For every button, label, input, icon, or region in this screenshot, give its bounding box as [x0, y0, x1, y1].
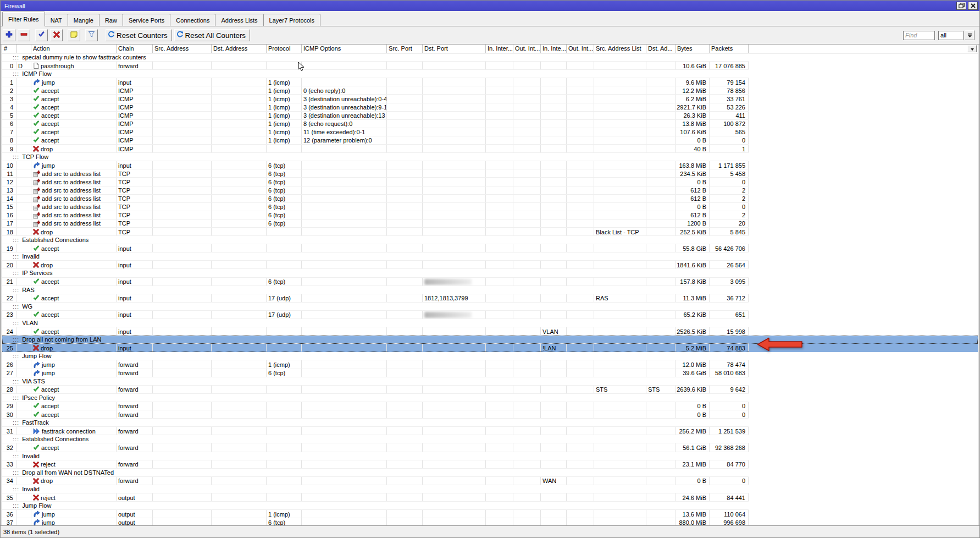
rule-row[interactable]: 20dropinput1841.6 KiB26 564 — [2, 261, 978, 269]
rule-row[interactable]: 14add src to address listTCP6 (tcp)612 B… — [2, 195, 978, 203]
column-header-src[interactable]: Src. Address — [153, 45, 212, 53]
column-header-inlist[interactable]: In. Inte... — [541, 45, 567, 53]
comment-row[interactable]: :::Established Connections — [2, 236, 978, 244]
rule-row[interactable]: 36jumpoutput1 (icmp)13.6 MiB110 064 — [2, 510, 978, 518]
rule-row[interactable]: 6acceptICMP1 (icmp)8 (echo request):013.… — [2, 120, 978, 128]
remove-rule-button[interactable] — [18, 29, 30, 41]
comment-button[interactable] — [68, 29, 80, 41]
rule-row[interactable]: 5acceptICMP1 (icmp)3 (destination unreac… — [2, 112, 978, 120]
reset-counters-button[interactable]: Reset Counters — [106, 29, 172, 41]
rule-row[interactable]: 25dropinput!LAN5.2 MiB74 883 — [2, 344, 978, 352]
rule-row[interactable]: 18dropTCPBlack List - TCP252.5 KiB5 845 — [2, 228, 978, 236]
rule-row[interactable]: 23acceptinput17 (udp)65.2 KiB651 — [2, 311, 978, 319]
rule-row[interactable]: 21acceptinput6 (tcp)157.8 KiB3 095 — [2, 278, 978, 286]
rule-row[interactable]: 0Dpassthroughforward10.6 GiB17 076 885 — [2, 62, 978, 70]
comment-row[interactable]: :::Invalid — [2, 252, 978, 261]
column-header-packets[interactable]: Packets — [710, 45, 749, 53]
rule-row[interactable]: 3acceptICMP1 (icmp)3 (destination unreac… — [2, 95, 978, 103]
rule-row[interactable]: 9dropICMP40 B1 — [2, 145, 978, 153]
rule-row[interactable]: 27jumpforward6 (tcp)39.6 GiB58 010 683 — [2, 369, 978, 377]
comment-row[interactable]: :::TCP Flow — [2, 153, 978, 161]
comment-row[interactable]: :::ICMP Flow — [2, 70, 978, 78]
column-header-proto[interactable]: Protocol — [267, 45, 302, 53]
rule-row[interactable]: 28acceptforwardSTSSTS2639.6 KiB9 642 — [2, 386, 978, 394]
rule-row[interactable]: 2acceptICMP1 (icmp)0 (echo reply):012.2 … — [2, 86, 978, 95]
tab-layer7-protocols[interactable]: Layer7 Protocols — [263, 14, 321, 26]
comment-row[interactable]: :::RAS — [2, 286, 978, 294]
rule-row[interactable]: 15add src to address listTCP6 (tcp)0 B0 — [2, 203, 978, 211]
rule-row[interactable]: 29acceptforward0 B0 — [2, 402, 978, 410]
column-header-dst[interactable]: Dst. Address — [212, 45, 267, 53]
column-header-bytes[interactable]: Bytes — [676, 45, 710, 53]
cell-sport — [387, 410, 423, 418]
rule-row[interactable]: 11add src to address listTCP6 (tcp)234.5… — [2, 169, 978, 178]
rule-row[interactable]: 13add src to address listTCP6 (tcp)612 B… — [2, 186, 978, 195]
rule-row[interactable]: 1jumpinput1 (icmp)9.6 MiB79 154 — [2, 78, 978, 86]
comment-row[interactable]: :::VLAN — [2, 319, 978, 327]
rule-row[interactable]: 4acceptICMP1 (icmp)3 (destination unreac… — [2, 103, 978, 112]
comment-row[interactable]: :::Invalid — [2, 452, 978, 460]
column-header-action[interactable]: Action — [31, 45, 117, 53]
rule-row[interactable]: 12add src to address listTCP6 (tcp)0 B0 — [2, 178, 978, 186]
column-header-outlist[interactable]: Out. Int... — [567, 45, 594, 53]
column-header-sport[interactable]: Src. Port — [387, 45, 423, 53]
rule-row[interactable]: 24acceptinputVLAN2526.5 KiB15 998 — [2, 327, 978, 336]
reset-all-counters-button[interactable]: Reset All Counters — [174, 29, 250, 41]
rule-row[interactable]: 16add src to address listTCP6 (tcp)612 B… — [2, 211, 978, 219]
rule-row[interactable]: 17add src to address listTCP6 (tcp)1200 … — [2, 219, 978, 228]
column-chooser-button[interactable] — [967, 45, 977, 52]
rule-row[interactable]: 7acceptICMP1 (icmp)11 (time exceeded):0-… — [2, 128, 978, 136]
tab-nat[interactable]: NAT — [45, 14, 68, 26]
comment-row[interactable]: :::Established Connections — [2, 435, 978, 443]
comment-row[interactable]: :::VIA STS — [2, 377, 978, 386]
column-header-icmp[interactable]: ICMP Options — [302, 45, 387, 53]
disable-rule-button[interactable] — [50, 29, 63, 41]
column-header-n[interactable]: # — [2, 45, 16, 53]
rule-row[interactable]: 35rejectoutput24.6 MiB84 441 — [2, 493, 978, 502]
comment-row[interactable]: :::Invalid — [2, 485, 978, 493]
comment-row[interactable]: :::IP Services — [2, 269, 978, 277]
add-rule-button[interactable] — [3, 29, 15, 41]
find-input[interactable] — [903, 31, 935, 40]
tab-filter-rules[interactable]: Filter Rules — [2, 12, 45, 26]
tab-address-lists[interactable]: Address Lists — [215, 14, 263, 26]
close-button[interactable] — [968, 2, 978, 10]
rule-row[interactable]: 30acceptforward0 B0 — [2, 410, 978, 419]
rule-row[interactable]: 31fasttrack connectionforward256.2 MiB1 … — [2, 427, 978, 435]
cell-inif — [486, 78, 513, 86]
rule-row[interactable]: 32acceptforward56.1 GiB92 368 268 — [2, 443, 978, 452]
tab-raw[interactable]: Raw — [99, 14, 123, 26]
filter-button[interactable] — [85, 29, 98, 41]
rule-row[interactable]: 34dropforwardWAN0 B0 — [2, 477, 978, 485]
tab-service-ports[interactable]: Service Ports — [123, 14, 170, 26]
column-header-slist[interactable]: Src. Address List — [594, 45, 646, 53]
comment-row[interactable]: :::FastTrack — [2, 419, 978, 427]
column-header-inif[interactable]: In. Inter... — [486, 45, 513, 53]
column-header-chain[interactable]: Chain — [117, 45, 153, 53]
filter-scope-select[interactable]: all — [938, 31, 964, 40]
tab-connections[interactable]: Connections — [170, 14, 215, 26]
column-header-flag[interactable] — [16, 45, 31, 53]
rule-row[interactable]: 19acceptinput55.8 GiB56 426 706 — [2, 244, 978, 252]
comment-row[interactable]: :::WG — [2, 303, 978, 311]
enable-rule-button[interactable] — [35, 29, 48, 41]
scope-dropdown-button[interactable] — [965, 30, 975, 40]
comment-row[interactable]: :::special dummy rule to show fasttrack … — [2, 53, 978, 62]
rule-row[interactable]: 8acceptICMP1 (icmp)12 (parameter problem… — [2, 136, 978, 145]
action-label: reject — [41, 495, 56, 501]
column-header-dport[interactable]: Dst. Port — [423, 45, 486, 53]
rule-row[interactable]: 26jumpforward1 (icmp)12.0 MiB78 474 — [2, 360, 978, 369]
comment-row[interactable]: :::Jump Flow — [2, 352, 978, 360]
comment-row[interactable]: :::IPsec Policy — [2, 394, 978, 402]
rule-row[interactable]: 33rejectforward23.1 MiB84 770 — [2, 460, 978, 469]
column-header-outif[interactable]: Out. Int... — [513, 45, 541, 53]
tab-mangle[interactable]: Mangle — [68, 14, 99, 26]
comment-row[interactable]: :::Drop all from WAN not DSTNATed — [2, 469, 978, 477]
comment-row[interactable]: :::Drop all not coming from LAN — [2, 336, 978, 344]
rule-row[interactable]: 37jumpoutput6 (tcp)880.0 MiB996 698 — [2, 518, 978, 525]
comment-row[interactable]: :::Jump Flow — [2, 502, 978, 510]
rule-row[interactable]: 10jumpinput6 (tcp)163.8 MiB1 171 855 — [2, 161, 978, 169]
restore-button[interactable] — [956, 2, 966, 10]
column-header-dlist[interactable]: Dst. Ad... — [646, 45, 676, 53]
rule-row[interactable]: 22acceptinput17 (udp)1812,1813,3799RAS11… — [2, 294, 978, 303]
